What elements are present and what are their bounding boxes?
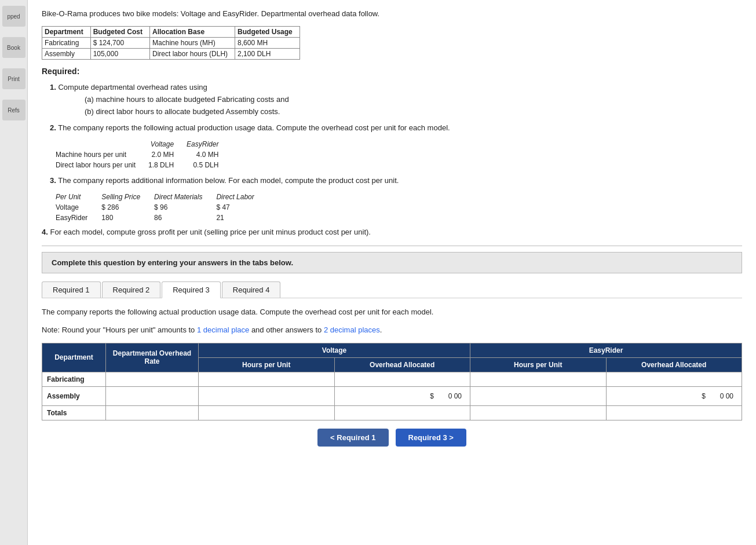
prev-button[interactable]: < Required 1: [317, 429, 388, 447]
assembly-v-overhead-display: $ 0 00: [334, 386, 470, 405]
fabricating-v-overhead-cell: [334, 372, 470, 386]
voltage-dlh: 1.8 DLH: [146, 160, 184, 170]
totals-answer-row: Totals: [42, 405, 742, 420]
assembly-e-hours-cell: [470, 386, 607, 405]
e-hours-header: Hours per Unit: [470, 357, 607, 372]
totals-e-overhead-cell: [606, 405, 742, 420]
tab-instruction-line2: Note: Round your "Hours per unit" amount…: [42, 324, 742, 336]
intro-text: Bike-O-Rama produces two bike models: Vo…: [42, 9, 742, 18]
assembly-usage: 2,100 DLH: [235, 49, 300, 60]
fabricating-answer-row: Fabricating: [42, 372, 742, 386]
req4-text: For each model, compute gross profit per…: [50, 228, 370, 236]
dollar-sign-v: $: [430, 392, 434, 400]
answer-table: Department Departmental Overhead Rate Vo…: [42, 343, 742, 420]
fabricating-cost: $ 124,700: [90, 38, 149, 49]
fabricating-e-hours-cell: [470, 372, 607, 386]
assembly-v-hours-input[interactable]: [199, 389, 334, 403]
totals-v-overhead-input[interactable]: [335, 406, 470, 420]
dlh-label: Direct labor hours per unit: [53, 160, 146, 170]
voltage-mh: 2.0 MH: [146, 149, 184, 160]
required-1-section: 1. Compute departmental overhead rates u…: [50, 82, 742, 118]
fabricating-v-hours-input[interactable]: [199, 372, 334, 386]
sidebar-item-refs[interactable]: Refs: [2, 100, 25, 120]
direct-labor-header: Direct Labor: [214, 192, 265, 202]
req1-text: Compute departmental overhead rates usin…: [58, 83, 207, 92]
assembly-cost: 105,000: [90, 49, 149, 60]
voltage-row-label: Voltage: [53, 202, 99, 213]
sidebar: pped Book Print Refs: [0, 0, 28, 545]
totals-e-hours-input[interactable]: [470, 406, 606, 420]
tab-instruction-line1: The company reports the following actual…: [42, 306, 742, 318]
fabricating-label: Fabricating: [42, 38, 91, 49]
dept-rate-header: Departmental Overhead Rate: [106, 343, 199, 372]
required-3-section: 3. The company reports additional inform…: [50, 175, 742, 187]
next-button[interactable]: Required 3 >: [396, 429, 466, 447]
easyrider-row-label: EasyRider: [53, 213, 99, 223]
tab-required1[interactable]: Required 1: [42, 281, 101, 298]
budgeted-cost-header: Budgeted Cost: [90, 27, 149, 38]
selling-price-header: Selling Price: [99, 192, 152, 202]
assembly-e-hours-input[interactable]: [470, 389, 606, 403]
dept-header: Department: [42, 343, 106, 372]
totals-e-overhead-input[interactable]: [607, 406, 742, 420]
totals-v-hours-input[interactable]: [199, 406, 334, 420]
alloc-base-header: Allocation Base: [150, 27, 235, 38]
v-hours-header: Hours per Unit: [199, 357, 335, 372]
answer-table-wrapper: Department Departmental Overhead Rate Vo…: [42, 343, 742, 420]
totals-rate-input[interactable]: [106, 406, 198, 420]
assembly-rate-cell: [106, 386, 199, 405]
nav-buttons: < Required 1 Required 3 >: [42, 429, 742, 447]
per-unit-table: Per Unit Selling Price Direct Materials …: [53, 192, 266, 223]
fabricating-rate-input[interactable]: [106, 372, 198, 386]
assembly-e-overhead-value: 0 00: [710, 392, 733, 400]
req1b-text: (b) direct labor hours to allocate budge…: [85, 107, 280, 116]
sidebar-item-print[interactable]: Print: [2, 68, 25, 89]
assembly-alloc: Direct labor hours (DLH): [150, 49, 235, 60]
sidebar-item-book[interactable]: Book: [2, 37, 25, 58]
tab-required2[interactable]: Required 2: [102, 281, 161, 298]
totals-v-hours-cell: [199, 405, 335, 420]
direct-materials-header: Direct Materials: [152, 192, 214, 202]
req2-text: The company reports the following actual…: [58, 123, 450, 132]
easyrider-direct-materials: 86: [152, 213, 214, 223]
easyrider-selling-price: 180: [99, 213, 152, 223]
req4-num: 4.: [42, 228, 48, 236]
totals-rate-cell: [106, 405, 199, 420]
req1a-text: (a) machine hours to allocate budgeted F…: [85, 95, 289, 104]
fabricating-e-overhead-cell: [606, 372, 742, 386]
easyrider-dlh: 0.5 DLH: [184, 160, 229, 170]
fabricating-e-hours-input[interactable]: [470, 372, 606, 386]
totals-e-hours-cell: [470, 405, 607, 420]
v-overhead-header: Overhead Allocated: [334, 357, 470, 372]
budgeted-usage-header: Budgeted Usage: [235, 27, 300, 38]
voltage-direct-labor: $ 47: [214, 202, 265, 213]
easyrider-mh: 4.0 MH: [184, 149, 229, 160]
fabricating-usage: 8,600 MH: [235, 38, 300, 49]
totals-v-overhead-cell: [334, 405, 470, 420]
fabricating-v-overhead-input[interactable]: [335, 372, 470, 386]
fabricating-dept-label: Fabricating: [42, 372, 106, 386]
sidebar-item-pped[interactable]: pped: [2, 6, 25, 27]
req1-num: 1.: [50, 83, 56, 92]
mh-label: Machine hours per unit: [53, 149, 146, 160]
tabs-row: Required 1 Required 2 Required 3 Require…: [42, 281, 742, 298]
assembly-answer-row: Assembly $ 0 00: [42, 386, 742, 405]
voltage-col-header: Voltage: [146, 139, 184, 149]
per-unit-header: Per Unit: [53, 192, 99, 202]
assembly-v-hours-cell: [199, 386, 335, 405]
req3-text: The company reports additional informati…: [58, 176, 399, 185]
main-content: Bike-O-Rama produces two bike models: Vo…: [28, 0, 756, 545]
page-container: pped Book Print Refs Bike-O-Rama produce…: [0, 0, 756, 545]
assembly-dept-label: Assembly: [42, 386, 106, 405]
e-overhead-header: Overhead Allocated: [606, 357, 742, 372]
fabricating-rate-cell: [106, 372, 199, 386]
fabricating-e-overhead-input[interactable]: [607, 372, 742, 386]
required-4-section: 4. For each model, compute gross profit …: [42, 228, 742, 236]
dollar-sign-e: $: [702, 392, 706, 400]
tab-required4[interactable]: Required 4: [222, 281, 281, 298]
assembly-rate-input[interactable]: [106, 389, 198, 403]
easyrider-group-header: EasyRider: [470, 343, 742, 357]
tab-required3[interactable]: Required 3: [162, 281, 221, 298]
easyrider-direct-labor: 21: [214, 213, 265, 223]
required-2-section: 2. The company reports the following act…: [50, 122, 742, 134]
